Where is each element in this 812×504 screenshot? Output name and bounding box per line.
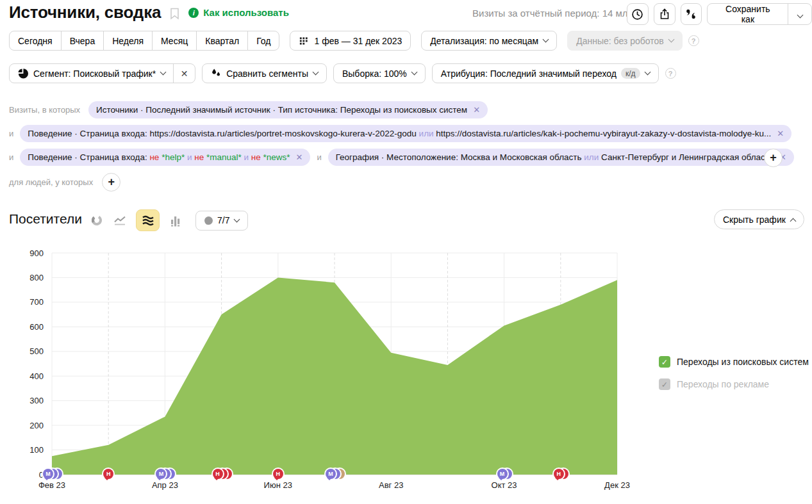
svg-text:Апр 23: Апр 23 (152, 480, 178, 490)
annotation-bubble-icon: М (497, 469, 508, 479)
stacked-area-chart-icon-selected[interactable] (136, 209, 160, 231)
segment-pie-icon (17, 68, 28, 79)
section-title: Посетители (9, 211, 82, 227)
export-button[interactable] (654, 3, 675, 25)
history-button[interactable] (627, 3, 649, 25)
checkbox-disabled-icon[interactable]: ✓ (659, 378, 670, 390)
date-toolbar: Сегодня Вчера Неделя Месяц Квартал Год 1… (9, 31, 699, 51)
checkbox-checked-icon[interactable]: ✓ (659, 356, 670, 368)
chip-close-icon[interactable]: ✕ (296, 152, 303, 162)
segment-button[interactable]: Сегмент: Поисковый трафик* (10, 64, 173, 83)
svg-text:Фев 23: Фев 23 (38, 480, 65, 490)
svg-text:Авг 23: Авг 23 (379, 480, 403, 490)
segment-group: Сегмент: Поисковый трафик* ✕ (9, 63, 195, 83)
chevron-down-icon (234, 216, 240, 222)
date-range-button[interactable]: 1 фев — 31 дек 2023 (290, 31, 411, 51)
how-to-link[interactable]: i Как использовать (188, 7, 289, 18)
detalization-button[interactable]: Детализация: по месяцам (421, 31, 557, 51)
preset-month[interactable]: Месяц (152, 31, 197, 51)
filter-row-label: Визиты, в которых (9, 105, 80, 115)
annotation-bubble-icon: Н (213, 469, 223, 479)
help-icon[interactable]: ? (665, 68, 676, 79)
share-icon (659, 8, 670, 20)
bookmark-icon[interactable] (170, 8, 179, 20)
filter-row-label: для людей, у которых (9, 177, 93, 187)
page-header: Источники, сводка i Как использовать (9, 3, 289, 22)
annotation-bubble-icon: Н (554, 469, 564, 479)
visits-summary: Визиты за отчётный период: 14 млн (472, 8, 633, 19)
pie-chart-icon[interactable] (90, 213, 104, 227)
attribution-badge: к/д (621, 68, 640, 79)
save-as-split-button: Сохранить как (707, 3, 812, 25)
preset-year[interactable]: Год (247, 31, 279, 51)
filter-row-3: и Поведение · Страница входа: не *help* … (9, 149, 794, 166)
chevron-down-icon (543, 37, 549, 43)
svg-text:900: 900 (29, 248, 44, 258)
chevron-down-icon (668, 37, 674, 43)
add-visit-filter-button[interactable]: + (764, 149, 783, 167)
svg-text:800: 800 (29, 273, 44, 282)
chevron-down-icon (313, 69, 319, 76)
chart-type-switcher: 7/7 (90, 209, 248, 231)
save-as-button[interactable]: Сохранить как (708, 4, 788, 24)
speech-bubble-icon (204, 216, 213, 225)
svg-text:200: 200 (29, 421, 44, 430)
add-people-filter-button[interactable]: + (102, 173, 120, 191)
annotation-bubble-icon: М (43, 469, 53, 479)
droplets-icon (211, 68, 222, 79)
preset-today[interactable]: Сегодня (9, 31, 62, 51)
segment-clear-button[interactable]: ✕ (174, 64, 195, 83)
filter-row-2: и Поведение · Страница входа: https://do… (9, 125, 791, 142)
quotes-icon (685, 8, 697, 20)
chevron-down-icon (644, 69, 650, 76)
legend-item-ad-traffic[interactable]: ✓ Переходы по рекламе (659, 378, 769, 390)
chevron-down-icon (160, 69, 167, 76)
svg-text:700: 700 (29, 297, 44, 307)
preset-week[interactable]: Неделя (103, 31, 153, 51)
annotation-bubble-icon: М (326, 469, 336, 479)
sampling-button[interactable]: Выборка: 100% (333, 63, 426, 83)
svg-text:300: 300 (29, 396, 44, 405)
column-chart-icon[interactable] (169, 213, 183, 227)
filter-row-people: для людей, у которых + (9, 173, 120, 191)
filter-row-1: Визиты, в которых Источники · Последний … (9, 101, 488, 118)
annotation-bubble-icon: Н (273, 469, 283, 479)
and-label: и (9, 129, 13, 138)
chip-close-icon[interactable]: ✕ (777, 129, 784, 138)
line-chart-icon[interactable] (113, 213, 127, 227)
preset-quarter[interactable]: Квартал (196, 31, 248, 51)
attribution-button[interactable]: Атрибуция: Последний значимый переход к/… (432, 63, 659, 83)
calendar-grid-icon (299, 36, 308, 45)
save-as-menu-button[interactable] (788, 4, 811, 24)
svg-text:100: 100 (29, 445, 44, 455)
svg-text:400: 400 (29, 371, 44, 381)
metrics-selector-button[interactable]: 7/7 (195, 211, 248, 231)
chip-close-icon[interactable]: ✕ (473, 105, 480, 115)
and-label: и (317, 152, 321, 162)
data-mode-button[interactable]: Данные: без роботов (567, 31, 683, 51)
comments-button[interactable] (681, 3, 702, 25)
help-icon[interactable]: ? (688, 35, 699, 46)
svg-text:Окт 23: Окт 23 (492, 480, 517, 490)
preset-yesterday[interactable]: Вчера (61, 31, 104, 51)
filter-chip-geography[interactable]: География · Местоположение: Москва и Мос… (328, 149, 794, 166)
chevron-down-icon (411, 69, 417, 76)
svg-text:600: 600 (29, 322, 44, 332)
clock-icon (631, 8, 643, 20)
header-actions: Сохранить как (627, 3, 812, 25)
compare-segments-button[interactable]: Сравнить сегменты (202, 63, 327, 83)
date-presets: Сегодня Вчера Неделя Месяц Квартал Год (9, 31, 279, 51)
visitors-area-chart: 0100200300400500600700800900Фев 23Апр 23… (0, 243, 647, 504)
hide-chart-button[interactable]: Скрыть график (714, 209, 804, 229)
segment-toolbar: Сегмент: Поисковый трафик* ✕ Сравнить се… (9, 63, 676, 83)
filter-chip-source-type[interactable]: Источники · Последний значимый источник … (88, 101, 488, 118)
filter-chip-entry-urls[interactable]: Поведение · Страница входа: https://dost… (20, 125, 791, 142)
filter-chip-entry-exclusions[interactable]: Поведение · Страница входа: не *help* и … (20, 149, 310, 166)
svg-text:Дек 23: Дек 23 (604, 480, 630, 490)
chevron-down-icon (797, 12, 803, 18)
chart-canvas: 0100200300400500600700800900Фев 23Апр 23… (0, 243, 647, 500)
chevron-up-icon (790, 218, 796, 224)
svg-text:500: 500 (29, 346, 44, 356)
page-title: Источники, сводка (9, 3, 161, 22)
legend-item-search-traffic[interactable]: ✓ Переходы из поисковых систем (659, 356, 809, 368)
